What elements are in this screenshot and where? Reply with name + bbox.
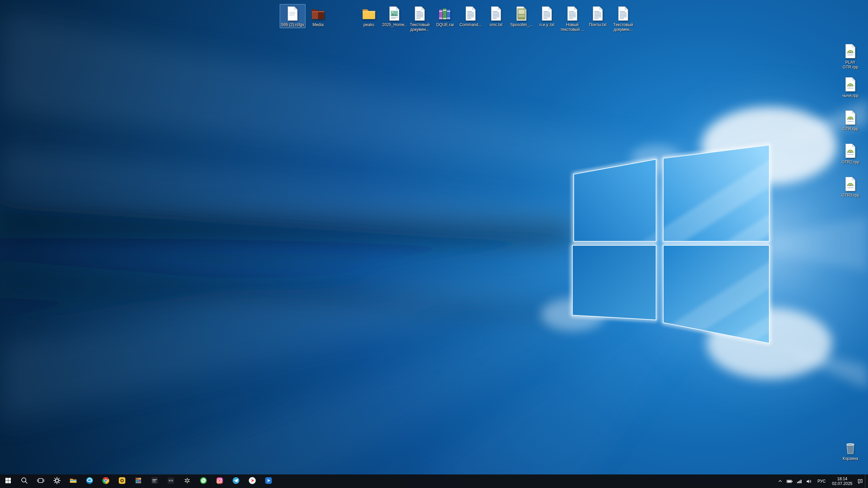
text-document-icon — [412, 5, 428, 22]
desktop-icon[interactable]: smc.txt — [483, 4, 509, 28]
desktop-icon[interactable]: Command... — [458, 4, 484, 28]
show-desktop-button[interactable] — [865, 474, 868, 488]
desktop-icon[interactable]: Sposobin_... — [509, 4, 534, 28]
folder-red-icon — [310, 5, 326, 22]
taskbar-app-dark-button[interactable] — [163, 474, 179, 488]
app-gim-icon — [151, 476, 159, 486]
taskbar-app-mosaic-button[interactable] — [130, 474, 146, 488]
taskbar-edge-button[interactable] — [81, 474, 98, 488]
taskbar-chatgpt-button[interactable] — [179, 474, 195, 488]
taskbar-telegram-button[interactable] — [228, 474, 244, 488]
battery-icon — [787, 479, 793, 484]
desktop-icon[interactable]: 2025_Home... — [381, 4, 407, 33]
desktop-icon-label: Новый текстовый ... — [560, 22, 585, 32]
telegram-icon — [232, 476, 240, 486]
text-document-icon — [615, 5, 631, 22]
desktop-icon-label: 2025_Home... — [382, 22, 407, 32]
desktop-icon-label: Command... — [459, 22, 481, 27]
desktop-icon-label: PLAY GTR.rpp — [838, 60, 863, 69]
reaper-project-icon — [842, 176, 859, 192]
desktop-icon[interactable]: Новый текстовый ... — [559, 4, 585, 33]
hidden-icons-button[interactable] — [776, 474, 785, 488]
desktop-icon-label: чычя.rpp — [842, 93, 859, 98]
whatsapp-icon — [199, 476, 208, 486]
taskbar-start-button[interactable] — [0, 474, 16, 488]
taskbar-app-red-arrow-button[interactable] — [244, 474, 260, 488]
reaper-project-icon — [842, 109, 859, 126]
app-dark-icon — [167, 476, 175, 486]
taskbar-instagram-button[interactable] — [212, 474, 228, 488]
desktop-icon[interactable]: Текстовый докумен... — [407, 4, 433, 33]
app-blue-player-icon — [264, 476, 273, 486]
clock-date: 02.07.2025 — [832, 481, 852, 486]
desktop-icon[interactable]: чычя.rpp — [837, 75, 863, 99]
language-indicator[interactable]: РУС — [814, 474, 829, 488]
taskbar-chrome-button[interactable] — [98, 474, 114, 488]
desktop-icon[interactable]: Текстовый докумен... — [610, 4, 636, 33]
text-document-icon — [564, 5, 580, 22]
desktop-icon[interactable]: GTR3.rpp — [837, 175, 863, 199]
edge-icon — [85, 476, 94, 486]
taskbar-task-view-button[interactable] — [33, 474, 49, 488]
desktop-icon[interactable]: п.и.у..txt — [534, 4, 560, 28]
settings-icon — [53, 476, 61, 486]
chevron-up-icon — [778, 479, 783, 484]
desktop-icon[interactable]: GTR.rpp — [837, 108, 863, 132]
desktop-icon[interactable]: DQUE.rar — [432, 4, 458, 28]
clock[interactable]: 18:14 02.07.2025 — [829, 474, 855, 488]
desktop-icon[interactable]: peaks — [356, 4, 382, 28]
document-book-icon — [513, 5, 530, 22]
desktop-icon[interactable]: Понты.txt — [585, 4, 611, 28]
file-explorer-icon — [69, 476, 77, 486]
desktop-icon[interactable]: 595 (2).rcfgx — [280, 4, 305, 28]
reaper-project-icon — [842, 143, 859, 159]
reaper-project-icon — [842, 76, 859, 93]
taskbar-app-gim-button[interactable] — [146, 474, 163, 488]
desktop-icon-label: Текстовый докумен... — [407, 22, 432, 32]
chrome-icon — [102, 476, 110, 486]
desktop-icon[interactable]: Media — [305, 4, 331, 28]
app-mosaic-icon — [134, 476, 142, 486]
text-document-icon — [539, 5, 555, 22]
folder-icon — [361, 5, 377, 22]
app-red-arrow-icon — [248, 476, 256, 486]
desktop-icon-label: 595 (2).rcfgx — [281, 22, 304, 27]
desktop-icon[interactable]: GTR2.rpp — [837, 141, 863, 165]
desktop-icon-label: Media — [313, 22, 324, 27]
taskbar-search-button[interactable] — [16, 474, 33, 488]
instagram-icon — [216, 476, 224, 486]
taskbar-settings-button[interactable] — [49, 474, 65, 488]
clock-time: 18:14 — [837, 476, 847, 481]
desktop-icon-label: п.и.у..txt — [539, 22, 554, 27]
desktop-icon-label: Корзина — [843, 456, 858, 461]
desktop-icon-layer: 595 (2).rcfgx Media peaks 2025_Home... Т… — [0, 0, 868, 474]
text-document-icon — [590, 5, 606, 22]
desktop-icon-label: Текстовый докумен... — [611, 22, 636, 32]
recycle-bin-icon — [842, 439, 859, 455]
taskbar-whatsapp-button[interactable] — [195, 474, 212, 488]
document-image-icon — [386, 5, 402, 22]
app-yellow-icon — [118, 476, 126, 486]
desktop-icon-label: GTR3.rpp — [842, 193, 860, 198]
action-center-icon — [857, 479, 863, 484]
start-icon — [5, 478, 11, 485]
search-icon — [20, 476, 28, 486]
desktop-icon-label: peaks — [363, 22, 374, 27]
taskbar-file-explorer-button[interactable] — [65, 474, 81, 488]
network-indicator[interactable] — [795, 474, 804, 488]
taskbar-app-yellow-button[interactable] — [114, 474, 130, 488]
network-icon — [797, 479, 802, 484]
battery-indicator[interactable] — [785, 474, 795, 488]
desktop-icon[interactable]: Корзина — [837, 438, 863, 462]
text-document-icon — [488, 5, 504, 22]
desktop-icon[interactable]: PLAY GTR.rpp — [837, 42, 863, 70]
text-document-icon — [462, 5, 479, 22]
desktop: 595 (2).rcfgx Media peaks 2025_Home... Т… — [0, 0, 868, 488]
volume-indicator[interactable] — [804, 474, 814, 488]
chatgpt-icon — [183, 476, 191, 486]
desktop-icon-label: smc.txt — [490, 22, 502, 27]
taskbar-app-blue-player-button[interactable] — [260, 474, 277, 488]
taskbar: РУС 18:14 02.07.2025 — [0, 474, 868, 488]
action-center-button[interactable] — [855, 474, 865, 488]
taskbar-apps — [0, 474, 277, 488]
